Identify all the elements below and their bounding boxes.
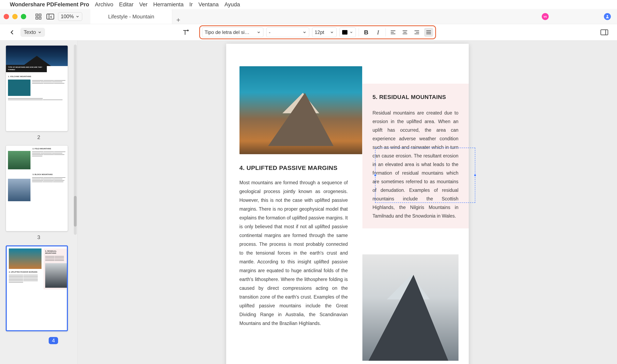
font-family-dropdown[interactable]: Tipo de letra del sist… [202,27,263,37]
svg-rect-3 [39,17,41,19]
menu-ir[interactable]: Ir [189,1,193,8]
section-4-heading[interactable]: 4. UPLIFTED PASSIVE MARGINS [240,164,348,171]
thumb2-section: 1. VOLCANIC MOUNTAINS [8,76,66,78]
svg-rect-4 [47,14,54,19]
align-justify-button[interactable] [424,28,433,37]
thumb3-section1: 2. FOLD MOUNTAINS [33,148,66,150]
divider [386,28,386,36]
window-titlebar: 100% Lifestyle - Mountain + vs [0,9,617,24]
divider [359,28,359,36]
macos-menubar: Wondershare PDFelement Pro Archivo Edita… [0,0,617,9]
window-controls [0,14,26,19]
text-selection-box[interactable] [375,148,475,203]
edit-toolbar: Texto Tipo de letra del sist… - 12pt [0,24,617,40]
font-color-swatch [342,30,347,35]
account-avatar-icon[interactable] [604,13,611,20]
menu-ayuda[interactable]: Ayuda [224,1,240,8]
properties-panel-toggle-icon[interactable] [600,28,609,37]
thumb3-number: 3 [6,234,72,240]
menu-ver[interactable]: Ver [139,1,148,8]
page-thumbnail-3[interactable]: 2. FOLD MOUNTAINS ▬▬▬▬▬▬▬▬▬▬▬ ▬▬▬▬▬▬▬▬▬▬… [6,145,68,231]
thumb2-banner: TYPE OF MOUNTAINS AND HOW ARE THEY FORME… [6,65,47,72]
svg-point-6 [607,15,608,17]
menu-ventana[interactable]: Ventana [198,1,219,8]
zoom-window-button[interactable] [21,14,26,19]
new-tab-button[interactable]: + [172,16,184,24]
selection-handle-right[interactable] [474,174,476,177]
sidebar-scrollbar-thumb[interactable] [74,196,77,227]
zoom-level-dropdown[interactable]: 100% [58,12,82,21]
svg-rect-2 [36,17,38,19]
tab-title: Lifestyle - Mountain [108,13,154,20]
page-thumbnail-2[interactable]: TYPE OF MOUNTAINS AND HOW ARE THEY FORME… [6,45,68,131]
menu-herramienta[interactable]: Herramienta [153,1,184,8]
font-style-dropdown[interactable]: - [266,27,309,37]
thumb4-number: 4 [6,334,72,344]
page-thumbnail-4[interactable]: 4. UPLIFTED PASSIVE MARGINS ▬▬▬▬▬▬▬▬▬▬▬▬… [6,245,68,331]
edit-mode-dropdown[interactable]: Texto [20,28,45,37]
thumb3-section2: 3. BLOCK MOUNTAINS [33,173,66,175]
section-4-column: 4. UPLIFTED PASSIVE MARGINS Most mountai… [240,164,348,328]
thumbnails-grid-icon[interactable] [34,13,42,20]
minimize-window-button[interactable] [12,14,18,19]
document-canvas[interactable]: 4. UPLIFTED PASSIVE MARGINS Most mountai… [78,40,617,364]
font-size-dropdown[interactable]: 12pt [312,27,337,37]
section-5-image [362,254,459,361]
thumbnails-sidebar[interactable]: TYPE OF MOUNTAINS AND HOW ARE THEY FORME… [0,40,78,364]
svg-rect-1 [39,14,41,16]
hero-image [240,66,362,154]
zoom-value: 100% [61,13,74,19]
font-color-dropdown[interactable] [339,27,356,37]
align-center-button[interactable] [400,28,410,37]
align-right-button[interactable] [412,28,421,37]
promo-badge-icon[interactable]: vs [542,13,549,20]
selection-handle-left[interactable] [374,174,377,177]
add-text-icon[interactable] [181,28,190,37]
italic-button[interactable]: I [374,28,383,37]
thumb4-section1: 4. UPLIFTED PASSIVE MARGINS [9,271,41,273]
close-window-button[interactable] [4,14,9,19]
svg-rect-0 [36,14,38,16]
font-size-value: 12pt [315,29,324,35]
font-family-value: Tipo de letra del sist… [205,29,252,35]
menu-archivo[interactable]: Archivo [95,1,113,8]
edit-mode-label: Texto [24,29,36,35]
sidebar-toggle-icon[interactable] [46,13,54,20]
svg-rect-22 [601,30,608,35]
text-format-group: Tipo de letra del sist… - 12pt B I [199,25,436,39]
section-5-heading[interactable]: 5. RESIDUAL MOUNTAINS [373,94,459,100]
app-name[interactable]: Wondershare PDFelement Pro [10,1,89,8]
back-button[interactable] [8,28,16,36]
section-4-body[interactable]: Most mountains are formed through a sequ… [240,178,348,328]
bold-button[interactable]: B [362,28,371,37]
align-left-button[interactable] [388,28,398,37]
thumb2-number: 2 [6,134,72,141]
menu-editar[interactable]: Editar [119,1,134,8]
editor-body: TYPE OF MOUNTAINS AND HOW ARE THEY FORME… [0,40,617,364]
document-tab[interactable]: Lifestyle - Mountain [90,9,172,24]
page-4[interactable]: 4. UPLIFTED PASSIVE MARGINS Most mountai… [226,44,469,364]
thumb4-section2: 5. RESIDUAL MOUNTAINS [45,250,66,254]
font-style-value: - [269,29,270,35]
